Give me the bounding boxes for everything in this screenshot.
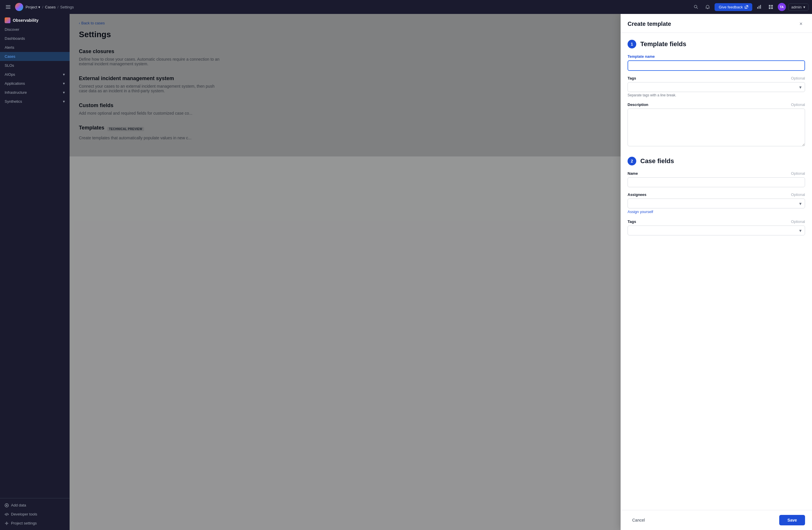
sidebar-item-cases[interactable]: Cases (0, 52, 70, 61)
svg-rect-1 (6, 7, 11, 7)
project-button[interactable]: Project ▾ (26, 5, 40, 9)
alerts-icon (705, 5, 710, 9)
create-template-panel: Create template × 1 Template fields Temp… (621, 14, 812, 530)
svg-point-16 (6, 522, 8, 524)
tags-select-wrap-step2: ▾ (627, 225, 805, 235)
step1-header: 1 Template fields (627, 40, 805, 48)
chevron-down-icon: ▾ (63, 90, 65, 95)
sidebar-item-discover[interactable]: Discover (0, 25, 70, 34)
svg-rect-9 (769, 5, 770, 7)
step2-title: Case fields (640, 157, 674, 165)
panel-content: 1 Template fields Template name Tags Opt… (621, 33, 812, 510)
sidebar-item-developer-tools[interactable]: Developer tools (0, 510, 70, 519)
topbar: Project ▾ / Cases / Settings Give feedba… (0, 0, 812, 14)
template-name-label: Template name (627, 54, 805, 59)
case-name-input[interactable] (627, 177, 805, 187)
search-button[interactable] (691, 2, 701, 12)
sidebar-item-synthetics[interactable]: Synthetics ▾ (0, 97, 70, 106)
svg-rect-2 (6, 8, 11, 9)
tags-group-step1: Tags Optional ▾ Separate tags with a lin… (627, 76, 805, 97)
add-data-icon (5, 503, 9, 507)
svg-rect-8 (760, 5, 761, 9)
tags-group-step2: Tags Optional ▾ (627, 220, 805, 235)
step2-section: 2 Case fields Name Optional Assignees Op… (627, 157, 805, 235)
sidebar-item-dashboards[interactable]: Dashboards (0, 34, 70, 43)
tags-select-step1[interactable] (627, 82, 805, 92)
svg-rect-11 (769, 7, 770, 9)
sidebar-item-project-settings[interactable]: Project settings (0, 519, 70, 528)
svg-rect-0 (6, 5, 11, 6)
save-button[interactable]: Save (779, 515, 805, 525)
avatar: TA (778, 3, 786, 11)
assignees-select-wrap: ▾ (627, 198, 805, 208)
bar-chart-button[interactable] (755, 2, 764, 12)
grid-button[interactable] (766, 2, 775, 12)
tags-select-step2[interactable] (627, 225, 805, 235)
alerts-button[interactable] (703, 2, 712, 12)
template-name-input[interactable] (627, 60, 805, 71)
svg-rect-7 (759, 6, 759, 9)
assign-yourself-link[interactable]: Assign yourself (627, 210, 653, 214)
assignees-select[interactable] (627, 198, 805, 208)
case-name-group: Name Optional (627, 171, 805, 187)
case-name-label: Name Optional (627, 171, 805, 176)
description-textarea[interactable] (627, 109, 805, 146)
breadcrumb: Project ▾ / Cases / Settings (26, 5, 74, 9)
settings-breadcrumb: Settings (60, 5, 74, 9)
sidebar-title: Observability (13, 18, 39, 23)
tags-hint: Separate tags with a line break. (627, 93, 805, 97)
observability-icon (5, 17, 11, 23)
developer-tools-icon (5, 512, 9, 516)
sidebar-item-aiops[interactable]: AIOps ▾ (0, 70, 70, 79)
give-feedback-label: Give feedback (719, 5, 743, 9)
admin-label: admin (792, 5, 801, 9)
sidebar-item-add-data[interactable]: Add data (0, 501, 70, 510)
assignees-group: Assignees Optional ▾ Assign yourself (627, 193, 805, 214)
panel-close-button[interactable]: × (797, 20, 805, 28)
collapse-icon (6, 5, 11, 9)
tags-select-wrap-step1: ▾ (627, 82, 805, 92)
app-logo (15, 3, 23, 11)
panel-footer: Cancel Save (621, 510, 812, 530)
svg-rect-6 (757, 7, 758, 9)
svg-point-4 (694, 5, 697, 8)
step1-title: Template fields (640, 40, 686, 48)
svg-point-3 (17, 5, 21, 9)
sidebar-item-slos[interactable]: SLOs (0, 61, 70, 70)
bar-chart-icon (757, 5, 762, 9)
chevron-down-icon: ▾ (803, 5, 805, 9)
chevron-down-icon: ▾ (63, 81, 65, 86)
chevron-down-icon: ▾ (38, 5, 40, 9)
project-label: Project (26, 5, 37, 9)
step2-badge: 2 (627, 157, 636, 165)
sidebar: Observability Discover Dashboards Alerts… (0, 14, 70, 530)
panel-title: Create template (627, 20, 671, 27)
step1-section: 1 Template fields Template name Tags Opt… (627, 40, 805, 148)
sidebar-section-observability: Observability (0, 14, 70, 25)
step1-badge: 1 (627, 40, 636, 48)
sidebar-item-infrastructure[interactable]: Infrastructure ▾ (0, 88, 70, 97)
topbar-actions: Give feedback TA admin ▾ (691, 2, 809, 12)
give-feedback-button[interactable]: Give feedback (714, 3, 752, 11)
collapse-button[interactable] (3, 2, 13, 12)
external-link-icon (745, 5, 748, 9)
project-settings-icon (5, 521, 9, 525)
svg-rect-12 (771, 7, 773, 9)
tags-label-step1: Tags Optional (627, 76, 805, 80)
chevron-down-icon: ▾ (63, 72, 65, 76)
panel-header: Create template × (621, 14, 812, 33)
template-name-group: Template name (627, 54, 805, 71)
step2-header: 2 Case fields (627, 157, 805, 165)
description-label: Description Optional (627, 102, 805, 107)
tags-label-step2: Tags Optional (627, 220, 805, 224)
sidebar-item-applications[interactable]: Applications ▾ (0, 79, 70, 88)
sidebar-bottom: Add data Developer tools Project setting… (0, 496, 70, 530)
logo-icon (17, 5, 21, 9)
sidebar-item-alerts[interactable]: Alerts (0, 43, 70, 52)
cancel-button[interactable]: Cancel (627, 516, 650, 525)
cases-breadcrumb[interactable]: Cases (45, 5, 56, 9)
description-group: Description Optional (627, 102, 805, 148)
search-icon (694, 5, 698, 9)
grid-icon (768, 5, 773, 9)
admin-button[interactable]: admin ▾ (788, 3, 809, 11)
